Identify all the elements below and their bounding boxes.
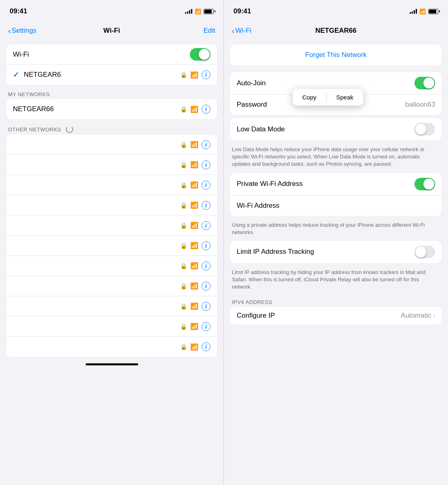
my-networks-section: MY NETWORKS NETGEAR66 🔒 📶 i	[0, 88, 223, 119]
other-wifi-7: 📶	[190, 282, 198, 290]
low-data-toggle[interactable]	[414, 123, 435, 135]
right-nav-bar: ‹ Wi-Fi NETGEAR66	[224, 20, 448, 41]
right-panel: 09:41 📶 ‹ Wi-Fi NETGEAR66 Forget This Ne…	[224, 0, 448, 485]
wifi-address-label: Wi-Fi Address	[237, 202, 435, 210]
low-data-row[interactable]: Low Data Mode	[230, 118, 442, 140]
right-wifi-status-icon: 📶	[419, 8, 426, 15]
other-wifi-10: 📶	[190, 343, 198, 351]
other-network-row-8[interactable]: 🔒 📶 i	[6, 296, 217, 316]
toggle-knob	[199, 49, 210, 60]
other-network-row-0[interactable]: 🔒 📶 i	[6, 135, 217, 155]
other-wifi-2: 📶	[190, 181, 198, 189]
limit-ip-toggle[interactable]	[414, 246, 435, 258]
other-info-8[interactable]: i	[202, 302, 210, 311]
other-info-2[interactable]: i	[202, 181, 210, 190]
limit-ip-row[interactable]: Limit IP Address Tracking	[230, 241, 442, 263]
other-network-row-1[interactable]: 🔒 📶 i	[6, 155, 217, 175]
private-wifi-label: Private Wi-Fi Address	[237, 180, 414, 188]
settings-back-button[interactable]: ‹ Settings	[8, 26, 36, 36]
other-networks-card: 🔒 📶 i 🔒 📶 i 🔒	[6, 135, 217, 357]
context-menu-speak[interactable]: Speak	[326, 89, 363, 105]
low-data-card: Low Data Mode	[230, 118, 442, 140]
other-info-9[interactable]: i	[202, 322, 210, 331]
my-networks-card: NETGEAR66 🔒 📶 i	[6, 99, 217, 119]
other-row-icons-3: 🔒 📶 i	[180, 201, 210, 210]
right-battery-icon	[428, 9, 438, 14]
other-network-row-4[interactable]: 🔒 📶 i	[6, 215, 217, 236]
wifi-address-row: Wi-Fi Address	[230, 196, 442, 216]
my-networks-label: MY NETWORKS	[0, 88, 223, 99]
configure-ip-label: Configure IP	[237, 312, 401, 320]
my-network-info-button[interactable]: i	[202, 105, 210, 114]
my-network-icons-0: 🔒 📶 i	[180, 105, 210, 114]
low-data-label: Low Data Mode	[237, 125, 414, 133]
other-network-row-3[interactable]: 🔒 📶 i	[6, 195, 217, 215]
wifi-signal-my: 📶	[190, 105, 198, 113]
other-info-4[interactable]: i	[202, 221, 210, 230]
other-lock-1: 🔒	[180, 162, 187, 168]
wifi-toggle-row: Wi-Fi	[6, 44, 217, 65]
other-wifi-3: 📶	[190, 201, 198, 209]
other-info-5[interactable]: i	[202, 241, 210, 250]
network-detail-title: NETGEAR66	[315, 27, 356, 35]
low-data-section: Low Data Mode Low Data Mode helps reduce…	[224, 118, 448, 173]
other-info-1[interactable]: i	[202, 160, 210, 169]
signal-bars-icon	[185, 9, 192, 14]
other-network-row-2[interactable]: 🔒 📶 i	[6, 175, 217, 195]
wifi-back-label: Wi-Fi	[236, 27, 252, 35]
autojoin-row[interactable]: Auto-Join Copy Speak	[230, 72, 442, 95]
password-value: balloon63	[405, 101, 435, 109]
other-info-6[interactable]: i	[202, 261, 210, 270]
autojoin-toggle-knob	[423, 78, 434, 89]
limit-ip-card: Limit IP Address Tracking	[230, 241, 442, 263]
other-lock-2: 🔒	[180, 182, 187, 188]
wifi-toggle[interactable]	[190, 48, 210, 61]
wifi-toggle-card: Wi-Fi ✓ NETGEAR6 🔒 📶 i	[6, 44, 217, 85]
wifi-back-button[interactable]: ‹ Wi-Fi	[232, 26, 251, 36]
other-network-row-6[interactable]: 🔒 📶 i	[6, 256, 217, 276]
other-row-icons-10: 🔒 📶 i	[180, 342, 210, 351]
lock-icon-my: 🔒	[180, 106, 187, 112]
loading-spinner	[66, 126, 73, 133]
other-info-3[interactable]: i	[202, 201, 210, 210]
other-networks-label: OTHER NETWORKS	[0, 122, 223, 135]
my-network-row-0[interactable]: NETGEAR66 🔒 📶 i	[6, 99, 217, 119]
battery-fill	[204, 10, 212, 13]
other-wifi-0: 📶	[190, 141, 198, 148]
other-lock-6: 🔒	[180, 263, 187, 269]
network-info-button[interactable]: i	[202, 70, 210, 79]
configure-ip-row[interactable]: Configure IP Automatic ›	[230, 307, 442, 325]
other-wifi-4: 📶	[190, 221, 198, 229]
connected-network-row[interactable]: ✓ NETGEAR6 🔒 📶 i	[6, 65, 217, 85]
other-row-icons-2: 🔒 📶 i	[180, 181, 210, 190]
other-network-row-7[interactable]: 🔒 📶 i	[6, 276, 217, 296]
edit-button[interactable]: Edit	[204, 27, 215, 35]
right-signal-bars-icon	[410, 9, 417, 14]
other-wifi-9: 📶	[190, 323, 198, 330]
private-wifi-row[interactable]: Private Wi-Fi Address	[230, 173, 442, 196]
other-wifi-1: 📶	[190, 161, 198, 169]
left-status-icons: 📶	[185, 8, 214, 15]
other-network-row-9[interactable]: 🔒 📶 i	[6, 316, 217, 337]
other-row-icons-0: 🔒 📶 i	[180, 140, 210, 149]
autojoin-toggle[interactable]	[414, 77, 435, 89]
other-row-icons-9: 🔒 📶 i	[180, 322, 210, 331]
context-menu-copy[interactable]: Copy	[292, 89, 326, 105]
other-lock-9: 🔒	[180, 323, 187, 330]
other-lock-8: 🔒	[180, 303, 187, 310]
other-lock-7: 🔒	[180, 283, 187, 289]
other-lock-5: 🔒	[180, 242, 187, 249]
wifi-label: Wi-Fi	[13, 51, 187, 59]
forget-network-button[interactable]: Forget This Network	[230, 44, 442, 65]
other-network-row-10[interactable]: 🔒 📶 i	[6, 337, 217, 357]
low-data-desc: Low Data Mode helps reduce your iPhone d…	[224, 143, 448, 173]
other-network-row-5[interactable]: 🔒 📶 i	[6, 236, 217, 256]
wifi-signal-icon: 📶	[190, 71, 198, 79]
connected-row-icons: 🔒 📶 i	[180, 70, 210, 79]
private-wifi-toggle[interactable]	[414, 178, 435, 190]
other-lock-4: 🔒	[180, 222, 187, 229]
other-info-7[interactable]: i	[202, 282, 210, 291]
other-info-10[interactable]: i	[202, 342, 210, 351]
home-indicator-container	[0, 360, 223, 372]
other-info-0[interactable]: i	[202, 140, 210, 149]
